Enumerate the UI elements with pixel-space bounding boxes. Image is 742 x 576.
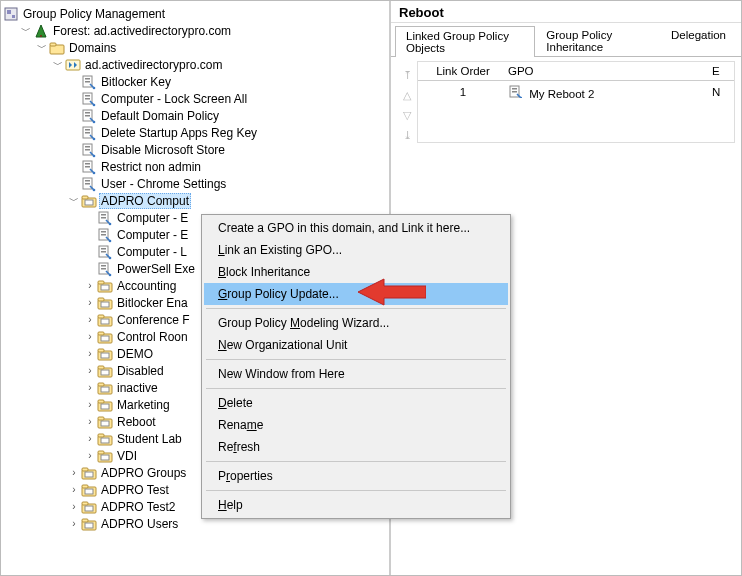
expand-toggle[interactable]: ﹀ bbox=[51, 58, 65, 72]
folder-icon bbox=[49, 40, 65, 56]
ctx-separator bbox=[206, 461, 506, 462]
expand-toggle[interactable]: › bbox=[83, 433, 97, 444]
col-link-order[interactable]: Link Order bbox=[418, 65, 508, 77]
ou-icon bbox=[97, 346, 113, 362]
tree-gpo-link[interactable]: Bitlocker Key bbox=[3, 73, 387, 90]
tree-domain[interactable]: ﹀ ad.activedirectorypro.com bbox=[3, 56, 387, 73]
tree-gpo-link[interactable]: Delete Startup Apps Reg Key bbox=[3, 124, 387, 141]
cell-gpo: My Reboot 2 bbox=[508, 84, 712, 100]
col-gpo[interactable]: GPO bbox=[508, 65, 712, 77]
forest-icon bbox=[33, 23, 49, 39]
tree-label: ad.activedirectorypro.com bbox=[83, 58, 224, 72]
tree-label: Restrict non admin bbox=[99, 160, 203, 174]
tree-label: ADPRO Groups bbox=[99, 466, 188, 480]
gpmc-icon bbox=[3, 6, 19, 22]
ctx-delete[interactable]: Delete bbox=[204, 392, 508, 414]
ctx-help[interactable]: Help bbox=[204, 494, 508, 516]
move-up-button[interactable]: △ bbox=[399, 87, 415, 103]
tree-forest[interactable]: ﹀ Forest: ad.activedirectorypro.com bbox=[3, 22, 387, 39]
expand-toggle[interactable]: › bbox=[67, 518, 81, 529]
ctx-new-window[interactable]: New Window from Here bbox=[204, 363, 508, 385]
tree-label: Computer - E bbox=[115, 211, 190, 225]
tree-label: Reboot bbox=[115, 415, 158, 429]
table-row[interactable]: 1 My Reboot 2 N bbox=[418, 81, 734, 103]
tree-gpo-link[interactable]: Default Domain Policy bbox=[3, 107, 387, 124]
tree-label: ADPRO Users bbox=[99, 517, 180, 531]
ctx-group-policy-update[interactable]: Group Policy Update... bbox=[204, 283, 508, 305]
tree-label: Marketing bbox=[115, 398, 172, 412]
move-bottom-button[interactable]: ⤓ bbox=[399, 127, 415, 143]
tab-inheritance[interactable]: Group Policy Inheritance bbox=[535, 25, 660, 56]
ou-icon bbox=[97, 329, 113, 345]
tree-label: Forest: ad.activedirectorypro.com bbox=[51, 24, 233, 38]
tree-gpo-link[interactable]: Disable Microsoft Store bbox=[3, 141, 387, 158]
expand-toggle[interactable]: › bbox=[83, 399, 97, 410]
tree-gpo-link[interactable]: Computer - Lock Screen All bbox=[3, 90, 387, 107]
ou-icon bbox=[97, 278, 113, 294]
tab-linked-gpo[interactable]: Linked Group Policy Objects bbox=[395, 26, 535, 57]
tree-label: ADPRO Test2 bbox=[99, 500, 177, 514]
tree-label: Group Policy Management bbox=[21, 7, 167, 21]
ou-icon bbox=[81, 193, 97, 209]
ou-icon bbox=[97, 448, 113, 464]
tree-gpo-link[interactable]: User - Chrome Settings bbox=[3, 175, 387, 192]
tree-domains[interactable]: ﹀ Domains bbox=[3, 39, 387, 56]
col-enforced[interactable]: E bbox=[712, 65, 734, 77]
linked-gpo-table: ⤒ △ ▽ ⤓ Link Order GPO E 1 My bbox=[391, 57, 741, 147]
tree-label: Computer - E bbox=[115, 228, 190, 242]
expand-toggle[interactable]: › bbox=[83, 382, 97, 393]
expand-toggle[interactable]: › bbox=[83, 450, 97, 461]
ctx-create-gpo[interactable]: Create a GPO in this domain, and Link it… bbox=[204, 217, 508, 239]
tree-label: Accounting bbox=[115, 279, 178, 293]
gpo-link-icon bbox=[508, 84, 522, 98]
tree-label: VDI bbox=[115, 449, 139, 463]
tree-ou-adpro-computers[interactable]: ﹀ ADPRO Comput bbox=[3, 192, 387, 209]
ctx-properties[interactable]: Properties bbox=[204, 465, 508, 487]
move-top-button[interactable]: ⤒ bbox=[399, 67, 415, 83]
tree-label: Computer - L bbox=[115, 245, 189, 259]
ou-icon bbox=[81, 482, 97, 498]
ou-icon bbox=[97, 363, 113, 379]
tree-label: Delete Startup Apps Reg Key bbox=[99, 126, 259, 140]
tree-label: Control Roon bbox=[115, 330, 190, 344]
ctx-rename[interactable]: Rename bbox=[204, 414, 508, 436]
ou-icon bbox=[81, 499, 97, 515]
gpo-link-icon bbox=[81, 74, 97, 90]
ou-icon bbox=[97, 397, 113, 413]
expand-toggle[interactable]: › bbox=[83, 348, 97, 359]
tree-gpo-link[interactable]: Restrict non admin bbox=[3, 158, 387, 175]
ctx-link-existing-gpo[interactable]: Link an Existing GPO... bbox=[204, 239, 508, 261]
ctx-block-inheritance[interactable]: Block Inheritance bbox=[204, 261, 508, 283]
expand-toggle[interactable]: › bbox=[83, 416, 97, 427]
ou-icon bbox=[81, 516, 97, 532]
expand-toggle[interactable]: › bbox=[67, 501, 81, 512]
gpo-link-icon bbox=[81, 176, 97, 192]
tree-label: PowerSell Exe bbox=[115, 262, 197, 276]
expand-toggle[interactable]: › bbox=[67, 467, 81, 478]
tree-label-selected: ADPRO Comput bbox=[99, 193, 191, 209]
expand-toggle[interactable]: ﹀ bbox=[35, 41, 49, 55]
ctx-gp-modeling-wizard[interactable]: Group Policy Modeling Wizard... bbox=[204, 312, 508, 334]
expand-toggle[interactable]: ﹀ bbox=[19, 24, 33, 38]
tab-delegation[interactable]: Delegation bbox=[660, 25, 737, 56]
ctx-refresh[interactable]: Refresh bbox=[204, 436, 508, 458]
expand-toggle[interactable]: ﹀ bbox=[67, 194, 81, 208]
domain-icon bbox=[65, 57, 81, 73]
tree-label: ADPRO Test bbox=[99, 483, 171, 497]
expand-toggle[interactable]: › bbox=[83, 280, 97, 291]
tree-label: inactive bbox=[115, 381, 160, 395]
expand-toggle[interactable]: › bbox=[83, 331, 97, 342]
tree-root-gpmc[interactable]: Group Policy Management bbox=[3, 5, 387, 22]
context-menu: Create a GPO in this domain, and Link it… bbox=[201, 214, 511, 519]
gpo-link-icon bbox=[97, 261, 113, 277]
expand-toggle[interactable]: › bbox=[83, 314, 97, 325]
move-down-button[interactable]: ▽ bbox=[399, 107, 415, 123]
ou-icon bbox=[97, 295, 113, 311]
expand-toggle[interactable]: › bbox=[83, 365, 97, 376]
expand-toggle[interactable]: › bbox=[67, 484, 81, 495]
gpo-link-icon bbox=[81, 142, 97, 158]
expand-toggle[interactable]: › bbox=[83, 297, 97, 308]
cell-order: 1 bbox=[418, 86, 508, 98]
ctx-new-ou[interactable]: New Organizational Unit bbox=[204, 334, 508, 356]
gpo-link-icon bbox=[81, 125, 97, 141]
